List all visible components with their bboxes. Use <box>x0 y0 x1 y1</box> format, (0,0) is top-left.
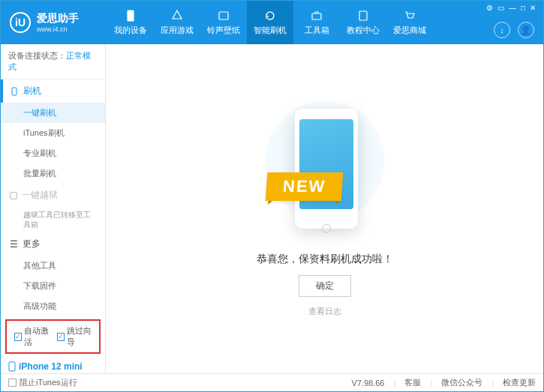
sidebar-item-advanced[interactable]: 高级功能 <box>1 296 105 316</box>
refresh-icon <box>263 9 277 22</box>
nav-label: 工具箱 <box>305 25 329 36</box>
nav-label: 应用游戏 <box>161 25 194 36</box>
sidebar: 设备连接状态：正常模式 刷机 一键刷机 iTunes刷机 专业刷机 批量刷机 一… <box>1 44 106 373</box>
options-highlight: ✓ 自动激活 ✓ 跳过向导 <box>5 319 101 354</box>
nav-my-device[interactable]: 我的设备 <box>107 1 154 44</box>
nav-flash[interactable]: 智能刷机 <box>247 1 293 44</box>
nav-tutorials[interactable]: 教程中心 <box>340 1 386 44</box>
nav-label: 智能刷机 <box>254 25 287 36</box>
svg-rect-1 <box>219 12 228 19</box>
nav-ringtones[interactable]: 铃声壁纸 <box>200 1 247 44</box>
checkbox-icon <box>8 379 17 387</box>
conn-label: 设备连接状态： <box>8 51 66 60</box>
settings-icon[interactable]: ⚙ <box>486 4 493 12</box>
app-name: 爱思助手 <box>37 12 79 25</box>
cart-icon <box>403 9 416 22</box>
phone-small-icon <box>10 87 19 96</box>
device-name: iPhone 12 mini <box>19 361 83 372</box>
apps-icon <box>170 9 184 22</box>
checkbox-icon: ✓ <box>14 333 22 341</box>
nav-tabs: 我的设备 应用游戏 铃声壁纸 智能刷机 工具箱 教程中心 爱思商城 <box>107 1 433 44</box>
close-icon[interactable]: ✕ <box>530 4 536 12</box>
new-ribbon: NEW <box>265 172 343 201</box>
nav-label: 爱思商城 <box>393 25 426 36</box>
phone-illustration: NEW <box>272 101 377 244</box>
skin-icon[interactable]: ▭ <box>497 4 504 12</box>
book-icon <box>356 9 370 22</box>
sidebar-item-download[interactable]: 下载固件 <box>1 276 105 296</box>
lock-icon <box>10 192 17 199</box>
sidebar-item-oneclick[interactable]: 一键刷机 <box>1 103 105 123</box>
window-controls: ⚙ ▭ — □ ✕ <box>486 4 536 12</box>
version-label: V7.98.66 <box>351 379 384 388</box>
auto-activate-label: 自动激活 <box>24 325 50 348</box>
minimize-icon[interactable]: — <box>509 4 516 12</box>
sidebar-item-batch[interactable]: 批量刷机 <box>1 163 105 184</box>
header: iU 爱思助手 www.i4.cn 我的设备 应用游戏 铃声壁纸 智能刷机 工具… <box>1 1 543 44</box>
ok-button[interactable]: 确定 <box>299 275 351 297</box>
update-link[interactable]: 检查更新 <box>503 377 536 388</box>
wallet-icon <box>217 9 230 22</box>
nav-label: 铃声壁纸 <box>207 25 240 36</box>
svg-rect-2 <box>312 13 321 19</box>
nav-store[interactable]: 爱思商城 <box>386 1 433 44</box>
svg-rect-0 <box>128 10 134 21</box>
phone-icon <box>124 9 137 22</box>
side-section-jailbreak: 一键越狱 <box>1 184 105 207</box>
service-link[interactable]: 客服 <box>404 377 421 388</box>
menu-icon: ☰ <box>10 239 18 250</box>
download-icon[interactable]: ↓ <box>494 22 510 38</box>
logo-icon: iU <box>10 12 31 33</box>
app-url: www.i4.cn <box>37 25 79 33</box>
success-message: 恭喜您，保资料刷机成功啦！ <box>257 253 393 266</box>
side-section-more[interactable]: ☰ 更多 <box>1 232 105 256</box>
skip-guide-label: 跳过向导 <box>67 325 92 348</box>
nav-toolbox[interactable]: 工具箱 <box>293 1 340 44</box>
maximize-icon[interactable]: □ <box>521 4 525 12</box>
svg-rect-3 <box>359 11 367 20</box>
view-log-link[interactable]: 查看日志 <box>308 306 341 317</box>
wechat-link[interactable]: 微信公众号 <box>441 377 482 388</box>
nav-apps[interactable]: 应用游戏 <box>154 1 200 44</box>
device-block[interactable]: iPhone 12 mini 64GB Down-12mini-13,1 <box>1 357 105 373</box>
svg-rect-4 <box>12 88 17 95</box>
toolbox-icon <box>310 9 323 22</box>
side-more-title: 更多 <box>23 238 41 250</box>
footer: 阻止iTunes运行 V7.98.66 | 客服 | 微信公众号 | 检查更新 <box>1 373 543 391</box>
user-icon[interactable]: 👤 <box>518 22 534 38</box>
jailbreak-note: 越狱工具已转移至工具箱 <box>1 207 105 232</box>
sidebar-item-other[interactable]: 其他工具 <box>1 256 105 276</box>
block-itunes-checkbox[interactable]: 阻止iTunes运行 <box>8 377 77 388</box>
side-jailbreak-title: 一键越狱 <box>22 189 58 202</box>
svg-rect-5 <box>9 362 15 371</box>
header-user-area: ↓ 👤 <box>494 22 534 38</box>
connection-status: 设备连接状态：正常模式 <box>1 44 105 79</box>
side-section-flash[interactable]: 刷机 <box>1 79 105 103</box>
skip-guide-checkbox[interactable]: ✓ 跳过向导 <box>57 325 92 348</box>
nav-label: 我的设备 <box>114 25 147 36</box>
nav-label: 教程中心 <box>347 25 380 36</box>
main-content: NEW 恭喜您，保资料刷机成功啦！ 确定 查看日志 <box>106 44 543 373</box>
block-itunes-label: 阻止iTunes运行 <box>20 377 77 388</box>
sidebar-item-itunes[interactable]: iTunes刷机 <box>1 123 105 143</box>
checkbox-icon: ✓ <box>57 333 65 341</box>
device-phone-icon <box>8 361 16 372</box>
sidebar-item-pro[interactable]: 专业刷机 <box>1 143 105 163</box>
logo-block: iU 爱思助手 www.i4.cn <box>10 12 107 33</box>
auto-activate-checkbox[interactable]: ✓ 自动激活 <box>14 325 50 348</box>
side-flash-title: 刷机 <box>23 85 41 97</box>
